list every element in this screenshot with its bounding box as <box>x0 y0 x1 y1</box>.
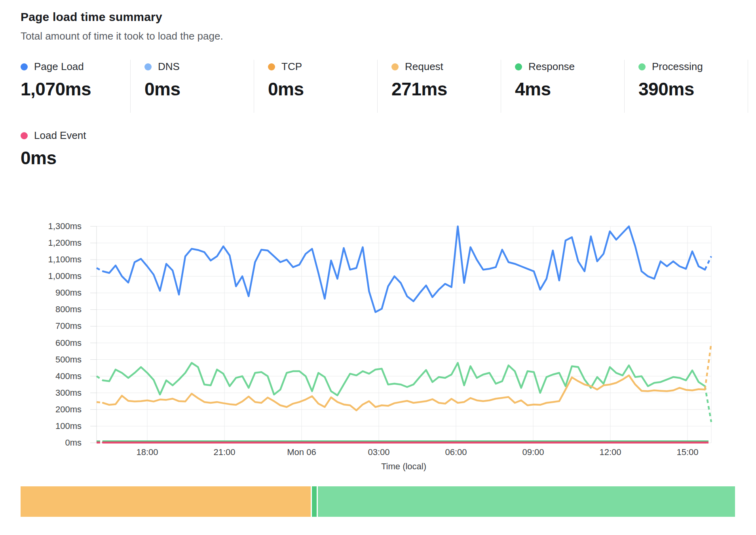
y-axis-label: 1,300ms <box>48 221 82 231</box>
x-axis-label: 21:00 <box>213 447 235 457</box>
y-axis-label: 900ms <box>55 288 82 298</box>
legend-item-load-event[interactable]: Load Event0ms <box>21 129 86 169</box>
load-event-series-dot-icon <box>21 132 28 139</box>
legend-label: Page Load <box>34 61 84 73</box>
y-axis-label: 700ms <box>55 321 82 331</box>
processing-series-dot-icon <box>638 63 646 70</box>
request-line-dashed-start <box>97 402 103 403</box>
y-axis-label: 0ms <box>65 438 82 448</box>
timeline-segment-processing-share[interactable] <box>318 486 735 517</box>
legend-item-response[interactable]: Response4ms <box>501 60 625 113</box>
legend-item-request[interactable]: Request271ms <box>378 60 501 113</box>
legend-label: Load Event <box>34 129 86 142</box>
legend-value: 0ms <box>268 78 377 100</box>
response-series-dot-icon <box>515 63 522 70</box>
x-axis-label: 06:00 <box>445 447 467 457</box>
request-series-dot-icon <box>391 63 399 70</box>
legend-item-dns[interactable]: DNS0ms <box>131 60 254 113</box>
x-axis-label: 12:00 <box>599 447 621 457</box>
timeline-distribution-bar <box>21 486 756 517</box>
y-axis-label: 500ms <box>55 355 82 364</box>
legend-label: TCP <box>281 61 302 73</box>
y-axis-label: 1,100ms <box>48 254 82 264</box>
y-axis-label: 300ms <box>55 388 82 398</box>
x-axis-title: Time (local) <box>381 461 426 471</box>
request-line-dashed-end <box>705 343 711 390</box>
processing-line-dashed-start <box>97 376 103 381</box>
page-subtitle: Total amount of time it took to load the… <box>21 30 756 42</box>
x-axis-label: 18:00 <box>136 447 158 457</box>
y-axis-label: 400ms <box>55 371 82 381</box>
y-axis-label: 200ms <box>55 404 82 414</box>
x-axis-label: Mon 06 <box>287 447 316 457</box>
x-axis-label: 09:00 <box>522 447 544 457</box>
page-load-series-dot-icon <box>21 63 28 70</box>
timeline-segment-request-share[interactable] <box>21 486 311 517</box>
legend-label: Response <box>528 61 575 73</box>
legend-value: 4ms <box>515 78 624 100</box>
legend-label: Processing <box>652 61 703 73</box>
legend-value: 271ms <box>391 78 501 100</box>
tcp-series-dot-icon <box>268 63 275 70</box>
page-load-time-chart[interactable]: 1,300ms1,200ms1,100ms1,000ms900ms800ms70… <box>0 176 756 481</box>
legend-row: Page Load1,070msDNS0msTCP0msRequest271ms… <box>21 60 756 113</box>
legend-item-tcp[interactable]: TCP0ms <box>254 60 378 113</box>
legend-value: 1,070ms <box>21 78 130 100</box>
dns-series-dot-icon <box>144 63 152 70</box>
page-load-line-dashed-start <box>97 268 103 271</box>
x-axis-label: 03:00 <box>368 447 389 457</box>
x-axis-label: 15:00 <box>676 447 698 457</box>
legend-label: DNS <box>158 61 180 73</box>
legend-item-page-load[interactable]: Page Load1,070ms <box>21 60 131 113</box>
legend-value: 0ms <box>21 147 86 169</box>
processing-line <box>103 363 705 395</box>
page-title: Page load time summary <box>21 10 756 24</box>
legend-item-processing[interactable]: Processing390ms <box>625 60 748 113</box>
legend-row-secondary: Load Event0ms <box>21 129 756 169</box>
legend-label: Request <box>405 61 443 73</box>
legend-value: 0ms <box>144 78 254 100</box>
legend-value: 390ms <box>638 78 748 100</box>
y-axis-label: 1,000ms <box>48 271 82 281</box>
y-axis-label: 1,200ms <box>48 238 82 248</box>
page-load-line-dashed-end <box>705 256 711 270</box>
page: Page load time summary Total amount of t… <box>0 0 756 169</box>
y-axis-label: 100ms <box>55 421 82 431</box>
y-axis-label: 600ms <box>55 338 82 348</box>
processing-line-dashed-end <box>705 386 711 422</box>
timeline-segment-divider-share[interactable] <box>312 486 317 517</box>
y-axis-label: 800ms <box>55 304 82 314</box>
page-load-line <box>103 226 705 312</box>
